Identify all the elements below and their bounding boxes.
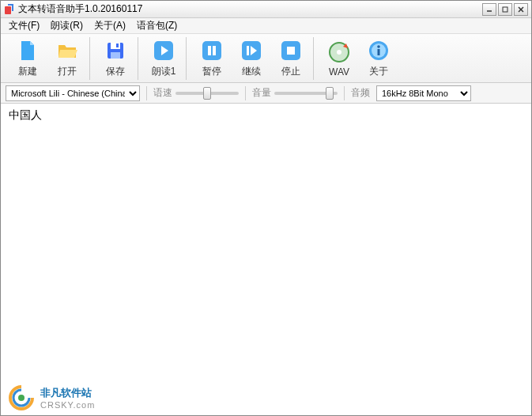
speed-slider[interactable] bbox=[175, 92, 239, 95]
svg-rect-7 bbox=[111, 52, 120, 59]
new-label: 新建 bbox=[18, 65, 37, 78]
separator bbox=[245, 86, 246, 100]
menu-voicepack[interactable]: 语音包(Z) bbox=[132, 17, 182, 34]
resume-icon bbox=[239, 38, 264, 63]
open-folder-icon bbox=[55, 38, 80, 63]
separator bbox=[146, 86, 147, 100]
frequency-select[interactable]: 16kHz 8Bit Mono bbox=[376, 85, 471, 101]
play-icon bbox=[151, 38, 176, 63]
menubar: 文件(F) 朗读(R) 关于(A) 语音包(Z) bbox=[1, 18, 531, 34]
info-icon bbox=[366, 38, 391, 63]
watermark: 非凡软件站 CRSKY.com bbox=[7, 384, 95, 412]
save-disk-icon bbox=[103, 38, 128, 63]
app-window: 文本转语音助手1.0.20160117 文件(F) 朗读(R) 关于(A) 语音… bbox=[0, 0, 532, 416]
wav-label: WAV bbox=[329, 66, 349, 78]
svg-rect-12 bbox=[213, 46, 216, 55]
svg-rect-14 bbox=[247, 46, 249, 55]
save-label: 保存 bbox=[106, 65, 125, 78]
stop-button[interactable]: 停止 bbox=[272, 37, 310, 80]
speed-thumb[interactable] bbox=[203, 87, 211, 100]
svg-rect-16 bbox=[287, 47, 295, 55]
play-label: 朗读1 bbox=[152, 65, 176, 78]
new-button[interactable]: 新建 bbox=[9, 37, 47, 80]
minimize-button[interactable] bbox=[482, 3, 496, 16]
svg-rect-11 bbox=[208, 46, 211, 55]
resume-button[interactable]: 继续 bbox=[232, 37, 270, 80]
svg-rect-2 bbox=[503, 7, 507, 12]
toolbar: 新建 打开 保存 朗读1 暂停 bbox=[1, 34, 531, 83]
svg-rect-8 bbox=[116, 43, 119, 47]
svg-point-22 bbox=[377, 45, 380, 48]
about-button[interactable]: 关于 bbox=[360, 37, 398, 80]
watermark-text: 非凡软件站 CRSKY.com bbox=[40, 386, 95, 410]
text-input[interactable] bbox=[1, 104, 531, 396]
volume-slider-group: 音量 bbox=[252, 86, 338, 100]
svg-rect-21 bbox=[378, 49, 380, 55]
voice-select[interactable]: Microsoft Lili - Chinese (China) bbox=[6, 85, 140, 101]
wav-disc-icon bbox=[326, 40, 352, 65]
watermark-en: CRSKY.com bbox=[40, 400, 95, 410]
freq-label: 音频 bbox=[351, 86, 370, 100]
play-button[interactable]: 朗读1 bbox=[145, 37, 183, 80]
open-label: 打开 bbox=[58, 65, 77, 78]
maximize-button[interactable] bbox=[498, 3, 512, 16]
speed-slider-group: 语速 bbox=[153, 86, 239, 100]
window-title: 文本转语音助手1.0.20160117 bbox=[18, 2, 482, 16]
svg-point-23 bbox=[18, 395, 25, 401]
volume-thumb[interactable] bbox=[326, 87, 334, 100]
pause-label: 暂停 bbox=[202, 65, 221, 78]
svg-rect-0 bbox=[5, 6, 11, 14]
new-file-icon bbox=[15, 38, 40, 63]
separator bbox=[344, 86, 345, 100]
svg-rect-10 bbox=[202, 41, 221, 60]
speed-label: 语速 bbox=[153, 86, 172, 100]
menu-read[interactable]: 朗读(R) bbox=[46, 17, 88, 34]
stop-label: 停止 bbox=[281, 65, 300, 78]
menu-file[interactable]: 文件(F) bbox=[4, 17, 44, 34]
svg-point-18 bbox=[337, 50, 341, 55]
window-controls bbox=[482, 3, 528, 16]
volume-label: 音量 bbox=[252, 86, 271, 100]
pause-icon bbox=[199, 38, 224, 63]
pause-button[interactable]: 暂停 bbox=[193, 37, 231, 80]
options-bar: Microsoft Lili - Chinese (China) 语速 音量 音… bbox=[1, 83, 531, 104]
resume-label: 继续 bbox=[242, 65, 261, 78]
app-icon bbox=[4, 4, 15, 15]
about-label: 关于 bbox=[369, 65, 388, 78]
wav-button[interactable]: WAV bbox=[320, 37, 358, 80]
open-button[interactable]: 打开 bbox=[48, 37, 86, 80]
svg-rect-6 bbox=[111, 43, 120, 49]
watermark-cn: 非凡软件站 bbox=[40, 386, 95, 400]
save-button[interactable]: 保存 bbox=[96, 37, 134, 80]
stop-icon bbox=[278, 38, 304, 63]
close-button[interactable] bbox=[514, 3, 528, 16]
watermark-logo-icon bbox=[7, 384, 36, 412]
volume-slider[interactable] bbox=[274, 92, 338, 95]
menu-about[interactable]: 关于(A) bbox=[89, 17, 130, 34]
titlebar: 文本转语音助手1.0.20160117 bbox=[1, 1, 531, 18]
